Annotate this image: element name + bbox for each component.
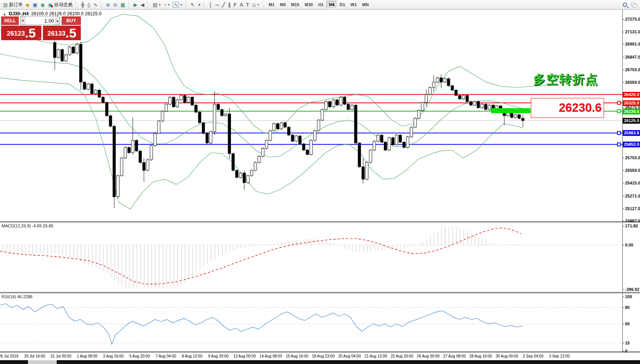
- label-icon[interactable]: T: [245, 2, 251, 8]
- timeframe-h4[interactable]: H4: [326, 1, 337, 8]
- timeframe-m1[interactable]: M1: [266, 1, 277, 8]
- price-line-label: 26325.9: [623, 100, 640, 106]
- horizontal-line-icon[interactable]: ─: [214, 2, 220, 8]
- sell-button[interactable]: SELL: [1, 16, 19, 25]
- crosshair-icon[interactable]: +: [196, 2, 203, 8]
- price-tick-mark: [622, 32, 624, 32]
- rsi-separator[interactable]: [0, 292, 640, 293]
- rsi-tick-mark: [622, 297, 624, 297]
- timeframe-d1[interactable]: D1: [337, 1, 348, 8]
- line-chart-icon[interactable]: ∿: [92, 2, 99, 8]
- time-label: 29 Jul 16:00: [24, 354, 45, 358]
- volume-decrease-button[interactable]: ▼: [21, 17, 25, 24]
- price-tick-label: 25415.0: [625, 181, 640, 185]
- bar-chart-icon[interactable]: ╫: [79, 2, 86, 8]
- volume-input[interactable]: [25, 17, 55, 24]
- cursor-icon[interactable]: ↖: [189, 2, 196, 8]
- price-tick-mark: [622, 70, 624, 70]
- rsi-tick-label: 80: [625, 305, 630, 310]
- channel-icon[interactable]: ∥: [226, 2, 232, 8]
- oct-resize-handle-icon[interactable]: ◇: [39, 36, 41, 40]
- zoom-in-icon[interactable]: ⊕: [105, 2, 112, 8]
- price-tick-label: 26991.0: [625, 42, 640, 46]
- rsi-tick-label: 100: [625, 294, 632, 299]
- ohlc-close: 26125.0: [85, 11, 101, 16]
- toolbar-separator: [75, 1, 78, 8]
- sell-price[interactable]: 26123.5: [1, 26, 41, 40]
- signals-icon[interactable]: ◉: [39, 2, 46, 8]
- timeframe-m30[interactable]: M30: [302, 1, 316, 8]
- mql-book-icon[interactable]: ◆: [24, 2, 31, 8]
- arrows-icon[interactable]: ◇▾: [251, 2, 261, 8]
- autoscroll-icon[interactable]: ▶: [132, 2, 139, 8]
- toolbar-separator: [204, 1, 206, 8]
- price-tick-label: 25127.0: [625, 206, 640, 211]
- buy-price-main: 26133: [47, 28, 65, 39]
- new-order-icon[interactable]: ▤新订单: [2, 1, 24, 9]
- new-chart-icon[interactable]: ▤▾: [151, 2, 162, 8]
- chart-shift-icon[interactable]: ◀: [139, 2, 146, 8]
- candlestick-icon[interactable]: ▯: [86, 2, 92, 8]
- symbol-info-line: ▲ DJ30-,H4 26105.0 26126.0 26100.0 26125…: [3, 11, 101, 16]
- macd-tick-label: -396.92: [625, 287, 639, 292]
- buy-button[interactable]: BUY: [62, 16, 81, 25]
- macd-separator[interactable]: [0, 221, 640, 222]
- time-label: 27 Aug 08:00: [443, 354, 466, 358]
- rsi-tick-mark: [622, 351, 624, 351]
- buy-price[interactable]: 26133.5: [43, 26, 81, 40]
- time-axis[interactable]: 26 Jul 201929 Jul 16:0031 Jul 00:001 Aug…: [0, 353, 640, 360]
- autotrade-icon[interactable]: ◉自动交易: [46, 1, 74, 9]
- rsi-tick-mark: [622, 307, 624, 308]
- price-tick-mark: [622, 107, 624, 108]
- price-tick-label: 26703.0: [625, 67, 640, 72]
- price-line-label: 26230.6: [623, 109, 640, 114]
- mt4-window: ▤新订单◆▣◉◉自动交易╫▯∿⊕⊖▦▶◀▤▾◔▾∿▾↖+│─╱∥FAT◇▾M1M…: [0, 0, 640, 364]
- timeframe-h1[interactable]: H1: [316, 1, 326, 8]
- rsi-label: RSI(14) 46.2288: [2, 294, 33, 299]
- sell-price-main: 26123: [7, 28, 25, 39]
- zoom-out-icon[interactable]: ⊖: [111, 2, 119, 8]
- price-tick-mark: [622, 196, 624, 196]
- macd-tick-label: 171.82: [625, 224, 638, 228]
- price-line-label: 26125.0: [623, 118, 640, 124]
- volume-increase-button[interactable]: ▲: [55, 17, 60, 24]
- price-tick-label: 24987.0: [625, 219, 640, 223]
- time-label: 21 Aug 12:00: [365, 354, 387, 358]
- time-label: 20 Aug 04:00: [338, 354, 361, 358]
- macd-panel[interactable]: [0, 222, 622, 292]
- price-tick-label: 26847.0: [625, 55, 640, 59]
- bottom-window-edge: [0, 360, 640, 364]
- toolbar-separator: [185, 1, 188, 8]
- rsi-tick-label: 50: [625, 322, 630, 326]
- profiles-icon[interactable]: ◔▾: [162, 2, 171, 8]
- text-icon[interactable]: A: [238, 2, 245, 8]
- trendline-icon[interactable]: ╱: [221, 2, 227, 8]
- oct-collapse-icon[interactable]: ▲: [3, 13, 6, 16]
- vertical-line-icon[interactable]: │: [208, 2, 214, 8]
- time-label: 30 Aug 00:00: [496, 354, 518, 358]
- price-tick-label: 27275.0: [625, 17, 640, 21]
- time-label: 8 Aug 12:00: [182, 354, 202, 358]
- main-chart[interactable]: [0, 10, 622, 221]
- timeframe-mn[interactable]: MN: [360, 1, 372, 8]
- time-label: 22 Aug 20:00: [391, 354, 413, 358]
- rsi-panel[interactable]: [0, 293, 622, 352]
- timeframe-m5[interactable]: M5: [277, 1, 288, 8]
- fibonacci-icon[interactable]: F: [232, 2, 238, 8]
- macd-tick-mark: [622, 289, 624, 290]
- tile-windows-icon[interactable]: ▦: [119, 2, 126, 8]
- search-icon[interactable]: [623, 3, 627, 7]
- toolbar-separator: [262, 1, 265, 8]
- time-label: 15 Aug 16:00: [286, 354, 308, 358]
- price-tick-mark: [622, 57, 624, 57]
- timeframe-m15[interactable]: M15: [288, 1, 302, 8]
- timeframe-w1[interactable]: W1: [348, 1, 360, 8]
- price-tick-mark: [622, 183, 624, 183]
- price-tick-label: 25703.0: [625, 155, 640, 160]
- community-icon[interactable]: ▣: [31, 2, 39, 8]
- rsi-tick-mark: [622, 343, 624, 343]
- toolbar-separator: [128, 1, 131, 8]
- chat-icon[interactable]: [631, 3, 636, 7]
- one-click-trading-widget: SELL ▼ ▲ BUY 26123.5 26133.5 ◇: [1, 16, 81, 40]
- indicators-icon[interactable]: ∿▾: [171, 1, 184, 8]
